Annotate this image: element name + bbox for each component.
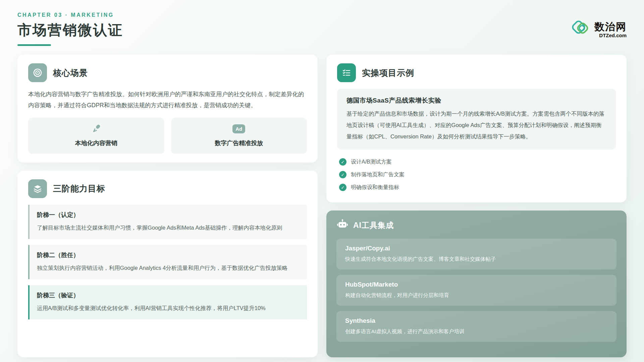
capability-title: 三阶能力目标 [53, 183, 105, 194]
checklist-label: 设计A/B测试方案 [351, 159, 392, 166]
checklist-icon [337, 63, 356, 82]
tool-name: HubSpot/Marketo [345, 281, 608, 288]
tag-localized-content: 本地化内容营销 [28, 118, 164, 154]
header-titles: CHAPTER 03 · MARKETING 市场营销微认证 [17, 12, 123, 46]
checklist-item-2: ✓ 制作落地页和广告文案 [337, 168, 616, 181]
logo-domain: DTZed.com [599, 33, 627, 38]
check-circle-icon: ✓ [339, 171, 346, 178]
tool-name: Jasper/Copy.ai [345, 245, 608, 252]
check-circle-icon: ✓ [339, 184, 346, 191]
checklist-item-3: ✓ 明确假设和衡量指标 [337, 181, 616, 194]
check-circle-icon: ✓ [339, 158, 346, 166]
left-column: 核心场景 本地化内容营销与数字广告精准投放。如何针对欧洲用户的严谨和东南亚用户的… [17, 55, 318, 357]
stage-description: 独立策划执行内容营销活动，利用Google Analytics 4分析流量和用户… [37, 262, 300, 273]
stage-name: 阶梯二（胜任） [37, 251, 300, 259]
stage-item-3: 阶梯三（验证） 运用A/B测试和多变量测试优化转化率，利用AI营销工具实现个性化… [28, 285, 307, 319]
page-header: CHAPTER 03 · MARKETING 市场营销微认证 数治网 DTZed… [17, 12, 627, 46]
stage-name: 阶梯一（认定） [37, 211, 300, 219]
checklist-item-1: ✓ 设计A/B测试方案 [337, 156, 616, 168]
ai-tools-title: AI工具集成 [353, 220, 394, 231]
right-column: 实操项目示例 德国市场SaaS产品线索增长实验 基于给定的产品信息和市场数据，设… [326, 55, 627, 357]
stage-description: 了解目标市场主流社交媒体和用户习惯，掌握Google Ads和Meta Ads基… [37, 222, 300, 233]
project-header: 实操项目示例 [337, 63, 616, 82]
tool-item-jasper: Jasper/Copy.ai 快速生成符合本地文化语境的广告文案、博客文章和社交… [336, 239, 616, 269]
tool-description: 构建自动化营销流程，对用户进行分层和培育 [345, 291, 608, 300]
tag-digital-ads: Ad 数字广告精准投放 [171, 118, 307, 154]
core-scenario-description: 本地化内容营销与数字广告精准投放。如何针对欧洲用户的严谨和东南亚用户的社交化特点… [28, 89, 307, 111]
stage-item-2: 阶梯二（胜任） 独立策划执行内容营销活动，利用Google Analytics … [28, 245, 307, 279]
tool-item-synthesia: Synthesia 创建多语言AI虚拟人视频，进行产品演示和客户培训 [336, 311, 616, 342]
logo-text: 数治网 DTZed.com [594, 22, 627, 38]
capability-card: 三阶能力目标 阶梯一（认定） 了解目标市场主流社交媒体和用户习惯，掌握Googl… [17, 171, 318, 357]
checklist-label: 明确假设和衡量指标 [351, 184, 399, 191]
target-icon [28, 63, 47, 82]
robot-icon [336, 219, 348, 232]
tag-label: 本地化内容营销 [75, 139, 117, 147]
tag-label: 数字广告精准投放 [215, 139, 263, 147]
site-logo[interactable]: 数治网 DTZed.com [570, 18, 627, 42]
title-underline [17, 44, 51, 46]
logo-name: 数治网 [594, 22, 627, 32]
checklist-label: 制作落地页和广告文案 [351, 171, 405, 178]
logo-mark-icon [570, 18, 592, 42]
project-card: 实操项目示例 德国市场SaaS产品线索增长实验 基于给定的产品信息和市场数据，设… [326, 55, 627, 202]
ad-icon: Ad [232, 124, 245, 134]
page: CHAPTER 03 · MARKETING 市场营销微认证 数治网 DTZed… [0, 0, 644, 362]
core-scenario-header: 核心场景 [28, 63, 307, 82]
stage-item-1: 阶梯一（认定） 了解目标市场主流社交媒体和用户习惯，掌握Google Ads和M… [28, 205, 307, 239]
tool-item-hubspot: HubSpot/Marketo 构建自动化营销流程，对用户进行分层和培育 [336, 275, 616, 306]
pen-icon [91, 124, 102, 134]
tool-name: Synthesia [345, 317, 608, 324]
project-title: 实操项目示例 [362, 67, 414, 78]
core-scenario-card: 核心场景 本地化内容营销与数字广告精准投放。如何针对欧洲用户的严谨和东南亚用户的… [17, 55, 318, 163]
ai-tools-card: AI工具集成 Jasper/Copy.ai 快速生成符合本地文化语境的广告文案、… [326, 210, 627, 357]
core-scenario-title: 核心场景 [53, 67, 88, 78]
tool-description: 创建多语言AI虚拟人视频，进行产品演示和客户培训 [345, 327, 608, 336]
chapter-label: CHAPTER 03 · MARKETING [17, 12, 123, 18]
scenario-tag-row: 本地化内容营销 Ad 数字广告精准投放 [28, 118, 307, 154]
layers-icon [28, 179, 47, 198]
case-panel: 德国市场SaaS产品线索增长实验 基于给定的产品信息和市场数据，设计为期一个月的… [337, 89, 616, 149]
stage-name: 阶梯三（验证） [37, 291, 300, 299]
stage-description: 运用A/B测试和多变量测试优化转化率，利用AI营销工具实现个性化推荐，将用户LT… [37, 303, 300, 313]
case-description: 基于给定的产品信息和市场数据，设计为期一个月的线索增长A/B测试方案。方案需包含… [346, 108, 606, 142]
capability-header: 三阶能力目标 [28, 179, 307, 198]
ai-tools-header: AI工具集成 [336, 219, 616, 232]
page-title: 市场营销微认证 [17, 21, 123, 40]
tool-description: 快速生成符合本地文化语境的广告文案、博客文章和社交媒体帖子 [345, 255, 608, 263]
case-title: 德国市场SaaS产品线索增长实验 [346, 96, 606, 105]
